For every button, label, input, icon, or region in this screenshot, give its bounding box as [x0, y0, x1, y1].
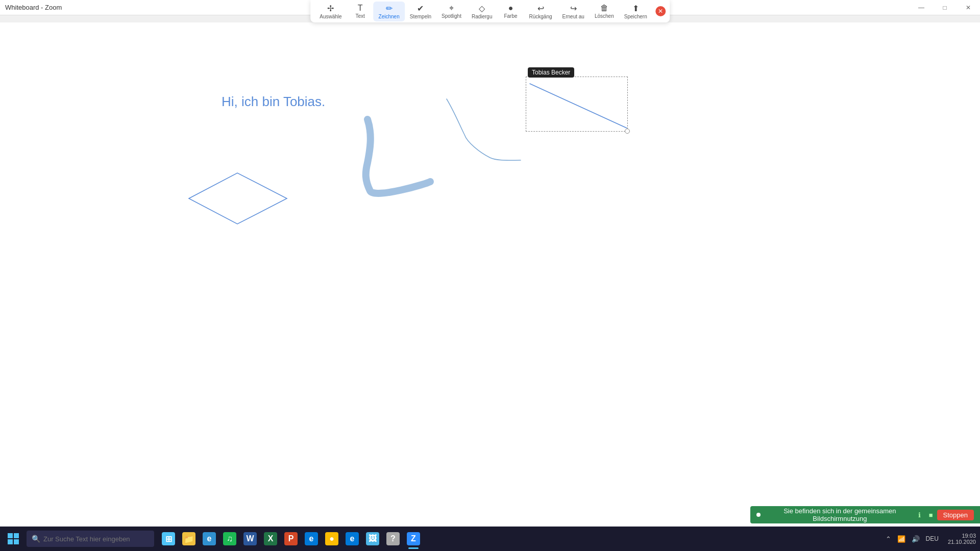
toolbar-item-auswahl[interactable]: ✢ Auswähle	[314, 2, 347, 21]
screenshare-info-icon[interactable]: ℹ	[918, 511, 921, 519]
toolbar-item-farbe[interactable]: ● Farbe	[498, 2, 524, 21]
word-icon: W	[243, 532, 257, 545]
rueckgaengig-label: Rückgäng	[529, 14, 552, 19]
excel-icon: X	[264, 532, 277, 545]
auswahl-icon: ✢	[327, 4, 334, 13]
taskbar-app-task-view[interactable]: ⊞	[158, 528, 179, 550]
chrome-icon: ●	[325, 532, 338, 545]
taskbar-app-chrome[interactable]: ●	[322, 528, 342, 550]
erneut-icon: ↪	[570, 4, 577, 13]
screenshare-stop-icon[interactable]: ■	[929, 511, 933, 519]
taskbar-app-powerpoint[interactable]: P	[281, 528, 301, 550]
text-icon: T	[358, 4, 363, 13]
tray-icons: ⌃ 📶 🔊	[884, 534, 922, 544]
diamond-shape	[189, 173, 287, 224]
photos-icon: 🖼	[366, 532, 379, 545]
time-display: 19:03	[962, 533, 976, 539]
taskbar-app-word[interactable]: W	[240, 528, 260, 550]
toolbar-item-rueckgaengig[interactable]: ↩ Rückgäng	[524, 2, 557, 21]
system-tray: ⌃ 📶 🔊 DEU 19:03 21.10.2020	[884, 527, 980, 551]
farbe-icon: ●	[508, 4, 513, 13]
taskbar-app-explorer[interactable]: 📁	[179, 528, 199, 550]
zoom-icon: Z	[407, 532, 420, 545]
svg-rect-2	[8, 539, 13, 544]
zeichnen-icon: ✏	[386, 4, 393, 13]
edge-icon: e	[305, 532, 318, 545]
svg-rect-3	[14, 539, 19, 544]
toolbar-item-zeichnen[interactable]: ✏ Zeichnen	[374, 2, 405, 21]
volume-icon[interactable]: 🔊	[910, 534, 922, 544]
clock[interactable]: 19:03 21.10.2020	[948, 533, 976, 545]
windows-logo-icon	[8, 533, 19, 544]
toolbar-item-spotlight[interactable]: ⌖ Spotlight	[436, 2, 467, 21]
powerpoint-icon: P	[284, 532, 298, 545]
selection-box[interactable]	[526, 77, 628, 132]
screenshare-text: Sie befinden sich in der gemeinsamen Bil…	[766, 507, 914, 522]
rueckgaengig-icon: ↩	[537, 4, 544, 13]
minimize-button[interactable]: —	[910, 0, 933, 15]
toolbar-item-radieren[interactable]: ◇ Radiergu	[467, 2, 498, 21]
taskbar-app-app11[interactable]: ?	[383, 528, 403, 550]
task-view-icon: ⊞	[162, 532, 175, 545]
speichern-icon: ⬆	[632, 4, 639, 13]
toolbar-item-erneut[interactable]: ↪ Erneut au	[557, 2, 590, 21]
toolbar-item-speichern[interactable]: ⬆ Speichern	[619, 2, 652, 21]
taskbar-app-edge[interactable]: e	[301, 528, 322, 550]
auswahl-label: Auswähle	[320, 14, 341, 19]
zeichnen-label: Zeichnen	[379, 14, 400, 19]
toolbar: ✢ Auswähle T Text ✏ Zeichnen ✔ Stempeln …	[310, 0, 670, 22]
taskbar-app-spotify[interactable]: ♫	[219, 528, 240, 550]
text-label: Text	[355, 13, 364, 19]
maximize-button[interactable]: □	[933, 0, 957, 15]
user-tooltip: Tobias Becker	[528, 67, 574, 78]
erneut-label: Erneut au	[562, 14, 584, 19]
stempeln-icon: ✔	[417, 4, 424, 13]
start-button[interactable]	[2, 528, 24, 550]
date-display: 21.10.2020	[948, 539, 976, 545]
app11-icon: ?	[386, 532, 400, 545]
taskbar-search[interactable]: 🔍	[27, 531, 154, 547]
edge-dev-icon: e	[203, 532, 216, 545]
radieren-label: Radiergu	[472, 14, 493, 19]
tray-arrow-icon[interactable]: ⌃	[884, 534, 893, 544]
window-title: Whiteboard - Zoom	[5, 4, 62, 11]
explorer-icon: 📁	[182, 532, 195, 545]
whiteboard-drawings	[0, 22, 980, 528]
svg-rect-1	[14, 533, 19, 538]
close-button[interactable]: ✕	[957, 0, 980, 15]
thin-line-1	[447, 99, 521, 160]
loeschen-label: Löschen	[595, 13, 614, 19]
taskbar-app-zoom[interactable]: Z	[403, 528, 424, 550]
edge2-icon: e	[346, 532, 359, 545]
whiteboard-text: Hi, ich bin Tobias.	[222, 94, 325, 110]
taskbar-app-excel[interactable]: X	[260, 528, 281, 550]
spotlight-icon: ⌖	[449, 4, 454, 13]
stempeln-label: Stempeln	[410, 14, 431, 19]
taskbar: 🔍 ⊞📁e♫WXPe●e🖼?Z ⌃ 📶 🔊 DEU 19:03 21.10.20…	[0, 527, 980, 551]
selection-handle-br[interactable]	[625, 129, 630, 134]
spotify-icon: ♫	[223, 532, 236, 545]
toolbar-item-loeschen[interactable]: 🗑 Löschen	[590, 2, 619, 21]
brush-stroke	[366, 119, 430, 193]
taskbar-app-photos[interactable]: 🖼	[362, 528, 383, 550]
loeschen-icon: 🗑	[600, 4, 608, 13]
svg-rect-0	[8, 533, 13, 538]
toolbar-item-text[interactable]: T Text	[347, 2, 374, 21]
toolbar-close-button[interactable]: ✕	[655, 6, 666, 16]
taskbar-app-edge2[interactable]: e	[342, 528, 362, 550]
taskbar-app-edge-dev[interactable]: e	[199, 528, 219, 550]
search-input[interactable]	[43, 535, 140, 543]
language-indicator[interactable]: DEU	[926, 535, 939, 542]
speichern-label: Speichern	[624, 14, 647, 19]
toolbar-item-stempeln[interactable]: ✔ Stempeln	[405, 2, 436, 21]
window-controls: — □ ✕	[910, 0, 980, 15]
radieren-icon: ◇	[479, 4, 485, 13]
spotlight-label: Spotlight	[442, 13, 461, 19]
stop-sharing-button[interactable]: Stoppen	[937, 510, 974, 520]
farbe-label: Farbe	[504, 13, 517, 19]
network-icon[interactable]: 📶	[895, 534, 908, 544]
taskbar-apps: ⊞📁e♫WXPe●e🖼?Z	[158, 528, 424, 550]
search-icon: 🔍	[32, 535, 40, 543]
screenshare-notification: Sie befinden sich in der gemeinsamen Bil…	[750, 506, 980, 523]
whiteboard-canvas[interactable]: Hi, ich bin Tobias. Tobias Becker	[0, 22, 980, 528]
